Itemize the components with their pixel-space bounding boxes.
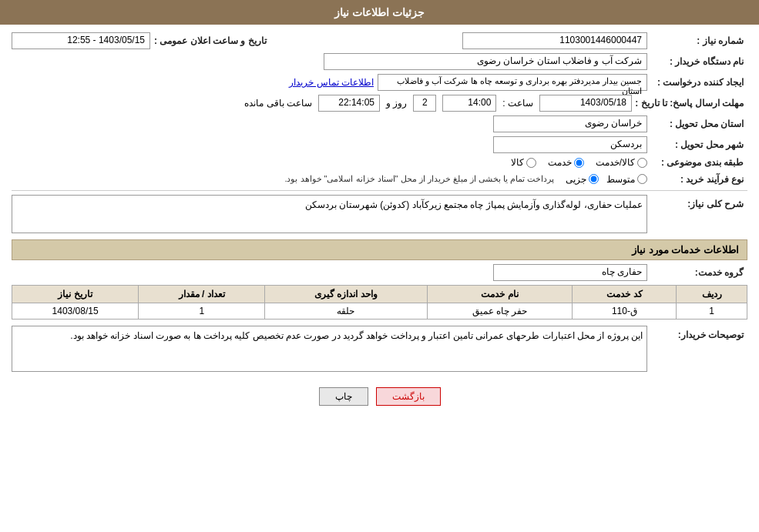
ostan-value-area: خراسان رضوی [12,115,647,132]
page-wrapper: جزئیات اطلاعات نیاز شماره نیاز : 1103001… [0,0,759,532]
shomara-value-area: 1103001446000447 [330,32,648,49]
ettelaat-tamas-link[interactable]: اطلاعات تماس خریدار [289,77,374,88]
radio-jozei[interactable]: جزیی [566,174,599,185]
table-header-row: ردیف کد خدمت نام خدمت واحد اندازه گیری ت… [12,286,747,303]
btn-chap[interactable]: چاپ [319,387,368,406]
farayand-options: متوسط جزیی پرداخت تمام یا بخشی از مبلغ خ… [12,172,647,186]
ostan-value: خراسان رضوی [493,115,647,132]
cell-vahed: حلقه [265,303,427,320]
radio-motovaset-input[interactable] [637,174,647,184]
shahr-value: بردسکن [493,136,647,153]
col-tedad: تعداد / مقدار [139,286,265,303]
sharh-value-area: عملیات حفاری، لوله‌گذاری وآزمایش پمپاژ چ… [12,195,647,233]
row-sharh: شرح کلی نیاز: عملیات حفاری، لوله‌گذاری و… [12,195,747,233]
col-radif: ردیف [677,286,747,303]
col-kod: کد خدمت [573,286,677,303]
row-farayand: نوع فرآیند خرید : متوسط جزیی پرداخت تمام… [12,172,747,186]
tabaghe-label: طبقه بندی موضوعی : [647,157,747,168]
row-mohlat: مهلت ارسال پاسخ: تا تاریخ : 1403/05/18 س… [12,95,747,112]
radio-motovaset[interactable]: متوسط [606,174,647,185]
farayand-label: نوع فرآیند خرید : [647,174,747,185]
shahr-label: شهر محل تحویل : [647,139,747,150]
row-shahr: شهر محل تحویل : بردسکن [12,136,747,153]
sharh-label: شرح کلی نیاز: [647,195,747,209]
main-content: شماره نیاز : 1103001446000447 تاریخ و سا… [0,25,759,425]
tosifat-label: توصیحات خریدار: [647,326,747,340]
tosifat-value: این پروژه از محل اعتبارات طرحهای عمرانی … [12,326,647,372]
row-nam-dastgah: نام دستگاه خریدار : شرکت آب و فاضلاب است… [12,53,747,70]
col-nam: نام خدمت [427,286,573,303]
radio-jozei-input[interactable] [589,174,599,184]
radio-kala-khadamat-label: کالا/خدمت [596,157,635,168]
radio-khadamat[interactable]: خدمت [548,157,584,168]
cell-tarikh: 1403/08/15 [12,303,139,320]
radio-kala-khadamat-input[interactable] [637,158,647,168]
row-tabaghe: طبقه بندی موضوعی : کالا/خدمت خدمت کالا [12,157,747,168]
radio-kala-input[interactable] [526,158,536,168]
saat-label: ساعت : [502,98,533,109]
cell-radif: 1 [677,303,747,320]
gorooh-value: حفاری چاه [493,264,647,281]
tarikh-area: تاریخ و ساعت اعلان عمومی : 1403/05/15 - … [12,32,330,49]
col-tarikh: تاریخ نیاز [12,286,139,303]
row-ijad-konande: ایجاد کننده درخواست : جسین بیدار مدیردفت… [12,74,747,91]
nam-dastgah-label: نام دستگاه خریدار : [647,56,747,67]
row-tosifat: توصیحات خریدار: این پروژه از محل اعتبارا… [12,326,747,372]
farayand-note: پرداخت تمام یا بخشی از مبلغ خریدار از مح… [280,172,558,186]
divider1 [12,190,747,191]
cell-nam: حفر چاه عمیق [427,303,573,320]
tarikh-value: 1403/05/15 - 12:55 [12,32,150,49]
page-header: جزئیات اطلاعات نیاز [0,0,759,25]
cell-tedad: 1 [139,303,265,320]
ijad-konande-label: ایجاد کننده درخواست : [647,77,747,88]
services-table: ردیف کد خدمت نام خدمت واحد اندازه گیری ت… [12,285,747,320]
gorooh-label: گروه خدمت: [647,267,747,278]
tosifat-value-area: این پروژه از محل اعتبارات طرحهای عمرانی … [12,326,647,372]
radio-kala[interactable]: کالا [511,157,536,168]
gorooh-value-area: حفاری چاه [12,264,647,281]
mohlat-value-area: 1403/05/18 ساعت : 14:00 2 روز و 22:14:05… [12,95,632,112]
ijad-konande-value-area: جسین بیدار مدیردفتر بهره برداری و توسعه … [12,74,647,91]
shomara-value: 1103001446000447 [462,32,647,49]
table-row: 1ق-110حفر چاه عمیقحلقه11403/08/15 [12,303,747,320]
row-shomara: شماره نیاز : 1103001446000447 تاریخ و سا… [12,32,747,49]
baqi-mande-label: ساعت باقی مانده [244,98,312,109]
page-title: جزئیات اطلاعات نیاز [334,6,425,18]
nam-dastgah-value: شرکت آب و فاضلاب استان خراسان رضوی [324,53,647,70]
tarikh-label: تاریخ و ساعت اعلان عمومی : [154,35,270,46]
shomara-label: شماره نیاز : [647,35,747,46]
cell-kod: ق-110 [573,303,677,320]
row-gorooh: گروه خدمت: حفاری چاه [12,264,747,281]
table-header: ردیف کد خدمت نام خدمت واحد اندازه گیری ت… [12,286,747,303]
section2-header: اطلاعات خدمات مورد نیاز [12,239,747,260]
radio-kala-label: کالا [511,157,524,168]
row-ostan: استان محل تحویل : خراسان رضوی [12,115,747,132]
nam-dastgah-value-area: شرکت آب و فاضلاب استان خراسان رضوی [12,53,647,70]
bottom-buttons: بازگشت چاپ [12,376,747,417]
col-vahed: واحد اندازه گیری [265,286,427,303]
rooz-value: 2 [413,95,436,112]
radio-motovaset-label: متوسط [606,174,635,185]
rooz-label: روز و [386,98,407,109]
radio-khadamat-input[interactable] [574,158,584,168]
radio-jozei-label: جزیی [566,174,586,185]
mohlat-label: مهلت ارسال پاسخ: تا تاریخ : [632,98,747,109]
ijad-konande-value: جسین بیدار مدیردفتر بهره برداری و توسعه … [378,74,647,91]
radio-kala-khadamat[interactable]: کالا/خدمت [596,157,647,168]
sharh-value: عملیات حفاری، لوله‌گذاری وآزمایش پمپاژ چ… [12,195,647,233]
ostan-label: استان محل تحویل : [647,119,747,129]
shahr-value-area: بردسکن [12,136,647,153]
radio-khadamat-label: خدمت [548,157,572,168]
baqi-mande-value: 22:14:05 [318,95,380,112]
saat-value: 14:00 [442,95,496,112]
tabaghe-options: کالا/خدمت خدمت کالا [12,157,647,168]
btn-bazgasht[interactable]: بازگشت [376,387,441,406]
date-value: 1403/05/18 [539,95,632,112]
table-body: 1ق-110حفر چاه عمیقحلقه11403/08/15 [12,303,747,320]
